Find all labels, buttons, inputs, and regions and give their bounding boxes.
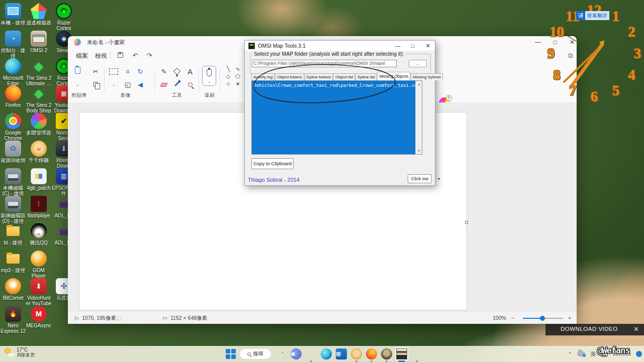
desktop-icon-sims[interactable]: The Sims 2 Ultimate … xyxy=(26,58,52,86)
zoom-out-icon[interactable]: − xyxy=(511,312,514,324)
desktop-icon-nero[interactable]: Nero Express 12 xyxy=(0,306,26,334)
list-scrollbar[interactable]: ▲ ▼ xyxy=(415,81,422,154)
undo-icon[interactable]: ↶ xyxy=(129,50,141,61)
notification-badge[interactable] xyxy=(636,351,642,357)
cloud-tray-icon[interactable] xyxy=(577,351,585,356)
scroll-down-icon[interactable]: ▼ xyxy=(416,148,422,154)
download-video-label[interactable]: DOWNLOAD VIDEO xyxy=(561,326,618,332)
dialog-maximize-button[interactable]: □ xyxy=(406,41,420,51)
desktop-icon-omsi[interactable]: OMSI 2 xyxy=(26,31,52,53)
paste-chevron-icon[interactable]: ⌄ xyxy=(72,79,83,90)
zoom-slider[interactable] xyxy=(523,318,563,319)
shape-icon-3[interactable]: ◇ xyxy=(224,73,233,80)
map-folder-input[interactable]: C:\Program Files (x86)\Steam\steamapps\c… xyxy=(252,60,397,67)
click-me-button[interactable]: Click me xyxy=(408,174,432,183)
eraser-icon[interactable] xyxy=(158,79,169,90)
desktop-icon-memu[interactable]: 逍遙模擬器 xyxy=(26,3,52,26)
taskbar-icon-chat[interactable] xyxy=(290,347,303,360)
desktop-icon-razer[interactable]: Razer Cortex xyxy=(51,3,77,31)
pencil-icon[interactable]: ✎ xyxy=(158,66,169,77)
desktop-icon-tt[interactable]: 千千靜聽 xyxy=(26,141,52,163)
desktop-icon-qq[interactable]: 騰訊QQ xyxy=(26,223,52,246)
browse-button[interactable]: ... xyxy=(409,60,427,67)
desktop-icon-sims[interactable]: The Sims 2 Body Shop xyxy=(26,85,52,113)
crop-icon[interactable]: ⌗ xyxy=(122,66,133,77)
dialog-minimize-button[interactable]: — xyxy=(391,41,405,51)
tab-spline-list[interactable]: Spline list xyxy=(355,73,377,80)
shape-icon-0[interactable]: ╲ xyxy=(224,65,233,73)
zoom-in-icon[interactable]: + xyxy=(568,312,571,324)
brushes-button[interactable]: ⌄ xyxy=(202,66,216,86)
start-button[interactable] xyxy=(225,348,236,359)
desktop-icon-folder[interactable]: bt - 捷徑 xyxy=(0,223,26,246)
resize-icon[interactable]: ◱ xyxy=(122,79,133,90)
ime-indicator[interactable]: 英 xyxy=(590,350,596,358)
desktop-icon-disk[interactable]: 本機磁碟 (C) - 捷徑 xyxy=(0,168,26,196)
tab-spline-folders[interactable]: Spline folders xyxy=(305,73,333,80)
scroll-up-icon[interactable]: ▲ xyxy=(416,81,422,87)
select-chevron-icon[interactable]: ⌄ xyxy=(108,79,119,90)
copy-icon[interactable] xyxy=(90,79,101,90)
maximize-button[interactable]: □ xyxy=(546,36,564,48)
taskbar-icon-omsi-map-tools[interactable] xyxy=(395,347,408,360)
dialog-titlebar[interactable]: OMSI Map Tools 3.1 — □ ✕ xyxy=(245,41,435,51)
desktop-icon-flash[interactable]: flashplaye… xyxy=(26,196,52,224)
desktop-icon-folder[interactable]: mp3 - 捷徑 xyxy=(0,251,26,273)
save-icon[interactable] xyxy=(114,50,126,61)
desktop-icon-disk[interactable]: 新增磁碟區 (D) - 捷徑 xyxy=(0,196,26,224)
shape-icon-4[interactable]: ⬠ xyxy=(233,73,242,80)
shape-icon-7[interactable]: ✶ xyxy=(233,80,242,88)
zoom-slider-thumb[interactable] xyxy=(540,316,545,321)
shape-icon-1[interactable]: ∿ xyxy=(233,65,242,73)
menu-file[interactable]: 檔案 xyxy=(72,50,92,61)
close-button[interactable]: ✕ xyxy=(564,36,581,48)
eyedropper-icon[interactable] xyxy=(171,79,182,90)
tab-activity-log[interactable]: Activity log xyxy=(251,73,274,80)
desktop-icon-cpl[interactable]: 控制台 - 捷徑 xyxy=(0,31,26,59)
menu-view[interactable]: 檢視 xyxy=(91,50,111,61)
desktop-icon-chrome[interactable]: Google Chrome xyxy=(0,113,26,141)
copy-to-clipboard-button[interactable]: Copy to Clipboard xyxy=(251,158,294,169)
cut-icon[interactable]: ✂ xyxy=(90,66,101,77)
desktop-icon-patch[interactable]: 4gb_patch xyxy=(26,168,52,191)
tray-chevron-icon[interactable]: ⌃ xyxy=(568,351,572,357)
desktop-icon-edge[interactable]: Microsoft Edge xyxy=(0,58,26,86)
download-video-bar[interactable]: DOWNLOAD VIDEO ✕ xyxy=(545,324,644,335)
taskbar-icon-firefox[interactable] xyxy=(365,347,378,360)
shape-icon-6[interactable]: ☆ xyxy=(224,80,233,88)
desktop-icon-mega[interactable]: MEGAsync xyxy=(26,306,52,328)
desktop-icon-ff[interactable]: Firefox xyxy=(0,85,26,108)
taskbar-icon-file-explorer[interactable] xyxy=(305,347,318,360)
download-bar-close-icon[interactable]: ✕ xyxy=(633,325,639,333)
redo-icon[interactable]: ↷ xyxy=(143,50,155,61)
credit-link[interactable]: Thiago Sobral - 2014 xyxy=(248,177,300,183)
select-icon[interactable] xyxy=(108,67,119,78)
desktop-icon-bin[interactable]: 資源回收筒 xyxy=(0,141,26,163)
magnifier-icon[interactable] xyxy=(185,79,196,90)
fill-icon[interactable] xyxy=(171,66,182,77)
share-icon[interactable]: ⧉ xyxy=(565,50,577,61)
dialog-close-button[interactable]: ✕ xyxy=(421,41,435,51)
canvas-resize-handle[interactable] xyxy=(465,221,468,224)
paste-icon[interactable] xyxy=(72,66,83,77)
taskbar-icon-omsi-2[interactable] xyxy=(380,347,393,360)
tab-object-folders[interactable]: Object folders xyxy=(275,73,304,80)
text-tool-icon[interactable]: A xyxy=(185,66,196,77)
desktop-icon-pc[interactable]: 本機 - 捷徑 xyxy=(0,3,26,26)
taskbar-icon-task-view[interactable] xyxy=(274,347,288,360)
minimize-button[interactable]: — xyxy=(529,36,546,48)
tab-object-list[interactable]: Object list xyxy=(333,73,355,80)
flip-icon[interactable]: ◀ xyxy=(135,79,146,90)
missing-objects-list[interactable]: Vehicles\Crown_comfort_taxi_red\parked_C… xyxy=(251,80,422,155)
desktop-icon-bitcomet[interactable]: BitComet xyxy=(0,278,26,301)
taskbar-icon-microsoft-store[interactable] xyxy=(335,347,348,360)
taskbar-icon-ttplayer[interactable] xyxy=(350,347,363,360)
translator-icon[interactable]: 译 xyxy=(576,11,585,20)
rotate-icon[interactable]: ↻ xyxy=(135,66,146,77)
tab-missing-objects[interactable]: Missing Objects xyxy=(377,72,410,80)
missing-object-entry[interactable]: Vehicles\Crown_comfort_taxi_red\parked_C… xyxy=(253,83,420,88)
taskbar-search[interactable]: 搜尋 xyxy=(239,348,271,359)
desktop-icon-gom[interactable]: GOM Player xyxy=(26,251,52,279)
taskbar-weather-widget[interactable]: 17°C 局部多雲 xyxy=(4,347,35,357)
taskbar-icon-edge[interactable] xyxy=(320,347,333,360)
